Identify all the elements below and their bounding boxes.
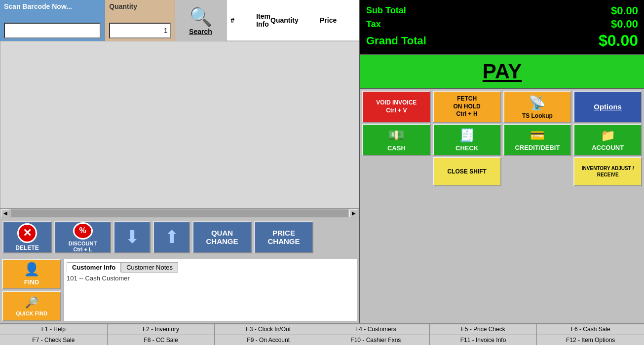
options-label: Options <box>594 103 622 111</box>
f2-key[interactable]: F2 - Inventory <box>108 324 215 335</box>
check-icon: 🧾 <box>459 128 475 143</box>
fkeys-row1: F1 - Help F2 - Inventory F3 - Clock In/O… <box>0 324 644 335</box>
quan-change-label: QUAN CHANGE <box>206 229 238 245</box>
inventory-adjust-button[interactable]: INVENTORY ADJUST / RECEIVE <box>573 157 642 186</box>
void-invoice-button[interactable]: VOID INVOICE Ctrl + V <box>362 91 431 123</box>
subtotal-value: $0.00 <box>611 4 638 17</box>
f6-key[interactable]: F6 - Cash Sale <box>537 324 644 335</box>
close-shift-label: CLOSE SHIFT <box>447 168 486 175</box>
find-label: FIND <box>24 278 39 286</box>
arrow-up-icon: ⬆ <box>164 227 179 247</box>
scroll-left-btn[interactable]: ◀ <box>1 209 10 217</box>
account-icon: 📁 <box>601 129 615 142</box>
right-panel: Sub Total $0.00 Tax $0.00 Grand Total $0… <box>359 0 644 323</box>
customer-info-panel: Customer Info Customer Notes 101 -- Cash… <box>63 259 357 321</box>
col-num-header: # <box>227 16 256 24</box>
quantity-section: Quantity 1 <box>105 0 175 41</box>
tax-label: Tax <box>366 19 381 30</box>
scroll-right-btn[interactable]: ▶ <box>349 209 358 217</box>
col-item-header: Item Info <box>256 12 270 28</box>
f5-key[interactable]: F5 - Price Check <box>430 324 537 335</box>
price-change-label: PRICE CHANGE <box>267 229 300 245</box>
close-shift-button[interactable]: CLOSE SHIFT <box>433 157 501 186</box>
customer-tabs: Customer Info Customer Notes <box>67 262 354 273</box>
account-button[interactable]: 📁 ACCOUNT <box>573 124 642 156</box>
f10-key[interactable]: F10 - Cashier Fxns <box>322 335 430 345</box>
discount-button[interactable]: % DISCOUNT Ctrl + L <box>54 221 111 253</box>
f7-key[interactable]: F7 - Check Sale <box>0 335 108 345</box>
f9-key[interactable]: F9 - On Account <box>215 335 322 345</box>
f8-key[interactable]: F8 - CC Sale <box>108 335 215 345</box>
delete-icon: ✕ <box>17 223 37 243</box>
find-buttons-col: 👤 FIND 🔎 QUICK FIND <box>2 259 61 321</box>
ts-lookup-label: TS Lookup <box>522 112 553 119</box>
quick-find-button[interactable]: 🔎 QUICK FIND <box>2 291 61 322</box>
discount-label: DISCOUNT Ctrl + L <box>69 241 97 252</box>
delete-label: DELETE <box>15 244 38 251</box>
action-buttons-row2: 💵 CASH 🧾 CHECK 💳 CREDIT/DEBIT 📁 ACCOUNT <box>360 124 644 157</box>
col-qty-header: Quantity <box>270 16 320 24</box>
discount-icon: % <box>73 222 93 240</box>
void-invoice-label: VOID INVOICE Ctrl + V <box>376 99 417 114</box>
table-header: # Item Info Quantity Price <box>227 0 359 41</box>
search-button[interactable]: 🔍 Search <box>175 0 227 41</box>
subtotal-label: Sub Total <box>366 5 406 16</box>
arrow-down-button[interactable]: ⬇ <box>114 221 151 253</box>
search-label: Search <box>189 28 212 35</box>
scan-label: Scan Barcode Now... <box>4 2 101 10</box>
subtotal-row: Sub Total $0.00 <box>366 4 638 17</box>
find-icon: 👤 <box>24 262 39 277</box>
cash-icon: 💵 <box>388 128 404 143</box>
account-label: ACCOUNT <box>592 144 624 151</box>
fkeys-row2: F7 - Check Sale F8 - CC Sale F9 - On Acc… <box>0 335 644 345</box>
credit-label: CREDIT/DEBIT <box>515 144 560 151</box>
scan-input[interactable] <box>4 23 101 38</box>
quan-change-button[interactable]: QUAN CHANGE <box>192 221 252 253</box>
credit-icon: 💳 <box>530 129 545 142</box>
quantity-input[interactable]: 1 <box>109 23 170 38</box>
tax-value: $0.00 <box>611 18 638 31</box>
cash-button[interactable]: 💵 CASH <box>362 124 431 156</box>
pay-label: PAY <box>483 60 522 83</box>
credit-debit-button[interactable]: 💳 CREDIT/DEBIT <box>503 124 572 156</box>
customer-find-area: 👤 FIND 🔎 QUICK FIND Customer Info Custom… <box>0 257 359 323</box>
tab-customer-info[interactable]: Customer Info <box>67 262 121 273</box>
f3-key[interactable]: F3 - Clock In/Out <box>215 324 322 335</box>
check-button[interactable]: 🧾 CHECK <box>433 124 501 156</box>
arrow-up-button[interactable]: ⬆ <box>153 221 190 253</box>
quick-find-icon: 🔎 <box>25 296 38 309</box>
scroll-track[interactable] <box>11 209 348 217</box>
search-icon: 🔍 <box>189 6 212 28</box>
fetch-on-hold-label: FETCH ON HOLD Ctrl + H <box>453 95 480 118</box>
delete-button[interactable]: ✕ DELETE <box>2 221 52 253</box>
pay-button[interactable]: PAY <box>360 54 644 89</box>
quantity-label: Quantity <box>109 2 170 10</box>
spacer2 <box>503 157 572 186</box>
ts-lookup-icon: 📡 <box>529 95 546 111</box>
f4-key[interactable]: F4 - Customers <box>322 324 430 335</box>
options-button[interactable]: Options <box>573 91 642 123</box>
inventory-adjust-label: INVENTORY ADJUST / RECEIVE <box>582 165 634 178</box>
f12-key[interactable]: F12 - Item Options <box>537 335 644 345</box>
tab-customer-notes[interactable]: Customer Notes <box>121 262 178 273</box>
ts-lookup-button[interactable]: 📡 TS Lookup <box>503 91 572 123</box>
secondary-buttons-row: CLOSE SHIFT INVENTORY ADJUST / RECEIVE <box>360 157 644 188</box>
f11-key[interactable]: F11 - Invoice Info <box>430 335 537 345</box>
customer-name: 101 -- Cash Customer <box>67 275 130 282</box>
quick-find-label: QUICK FIND <box>16 310 47 316</box>
horizontal-scrollbar[interactable]: ◀ ▶ <box>0 208 359 217</box>
bottom-buttons-row: ✕ DELETE % DISCOUNT Ctrl + L ⬇ ⬆ QUAN CH… <box>0 217 359 257</box>
tax-row: Tax $0.00 <box>366 18 638 31</box>
find-button[interactable]: 👤 FIND <box>2 259 61 289</box>
grand-total-label: Grand Total <box>366 34 426 47</box>
fetch-on-hold-button[interactable]: FETCH ON HOLD Ctrl + H <box>433 91 501 123</box>
items-table-container <box>0 41 359 208</box>
check-label: CHECK <box>455 144 478 152</box>
arrow-down-icon: ⬇ <box>125 227 140 247</box>
f1-key[interactable]: F1 - Help <box>0 324 108 335</box>
grand-total-row: Grand Total $0.00 <box>366 32 638 50</box>
grand-total-value: $0.00 <box>599 32 638 50</box>
price-change-button[interactable]: PRICE CHANGE <box>254 221 313 253</box>
col-price-header: Price <box>320 16 359 24</box>
spacer1 <box>362 157 431 186</box>
